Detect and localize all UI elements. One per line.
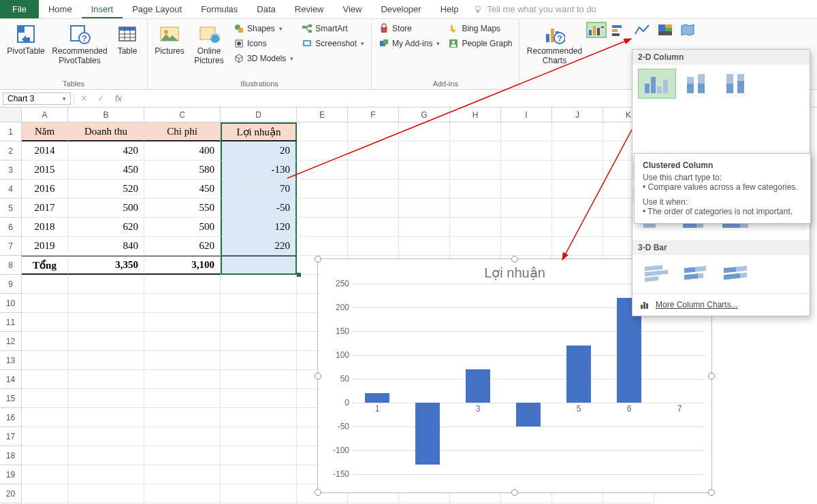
enter-formula-icon[interactable]: ✓ (94, 93, 108, 103)
cell[interactable]: 420 (68, 141, 144, 161)
cell[interactable]: -50 (221, 199, 297, 218)
cell[interactable] (221, 465, 297, 484)
cell[interactable]: 520 (68, 180, 144, 199)
formulas-tab[interactable]: Formulas (191, 0, 247, 18)
row-header[interactable]: 19 (0, 465, 22, 484)
row-header[interactable]: 3 (0, 161, 22, 180)
col-header-B[interactable]: B (68, 107, 144, 122)
data-tab[interactable]: Data (247, 0, 285, 18)
row-header[interactable]: 7 (0, 237, 22, 256)
smartart-button[interactable]: SmartArt (299, 22, 367, 35)
cell[interactable]: 500 (68, 199, 144, 218)
cell[interactable] (450, 122, 501, 141)
row-header[interactable]: 11 (0, 313, 22, 332)
store-button[interactable]: Store (376, 22, 443, 35)
cell[interactable] (144, 446, 221, 465)
resize-handle[interactable] (315, 489, 321, 496)
resize-handle[interactable] (708, 489, 715, 496)
cell[interactable] (22, 427, 68, 446)
cell[interactable] (68, 427, 144, 446)
clustered-column-option[interactable] (638, 69, 676, 99)
cell[interactable] (221, 313, 297, 332)
cell[interactable] (348, 122, 399, 141)
cell[interactable] (221, 256, 297, 275)
cell[interactable]: 500 (144, 218, 221, 237)
cell[interactable]: -130 (221, 161, 297, 180)
cell[interactable] (144, 408, 221, 427)
cell[interactable] (221, 332, 297, 351)
cell[interactable]: Tổng (22, 256, 68, 275)
cell[interactable] (221, 408, 297, 427)
resize-handle[interactable] (511, 256, 518, 263)
col-header-G[interactable]: G (399, 107, 450, 122)
cell[interactable] (22, 408, 68, 427)
cell[interactable] (221, 294, 297, 313)
cell[interactable]: 620 (68, 218, 144, 237)
col-header-F[interactable]: F (348, 107, 399, 122)
cell[interactable] (221, 446, 297, 465)
cell[interactable]: 2017 (22, 199, 68, 218)
cell[interactable] (144, 389, 221, 408)
cell[interactable] (22, 389, 68, 408)
col-header-A[interactable]: A (22, 107, 68, 122)
cell[interactable] (68, 275, 144, 294)
cell[interactable]: 2019 (22, 237, 68, 256)
cell[interactable]: Lợi nhuận (221, 122, 297, 141)
cell[interactable] (221, 389, 297, 408)
cell[interactable] (22, 465, 68, 484)
cell[interactable]: Doanh thu (68, 122, 144, 141)
icons-button[interactable]: Icons (231, 37, 296, 50)
view-tab[interactable]: View (333, 0, 371, 18)
cell[interactable] (22, 370, 68, 389)
3d-100pct-stacked-bar-option[interactable] (717, 259, 755, 289)
row-header[interactable]: 15 (0, 389, 22, 408)
screenshot-button[interactable]: Screenshot▾ (299, 37, 367, 50)
cell[interactable]: 2014 (22, 141, 68, 161)
home-tab[interactable]: Home (39, 0, 82, 18)
row-header[interactable]: 18 (0, 446, 22, 465)
cell[interactable] (22, 484, 68, 503)
cell[interactable] (68, 351, 144, 370)
row-header[interactable]: 1 (0, 122, 22, 141)
row-header[interactable]: 14 (0, 370, 22, 389)
row-header[interactable]: 4 (0, 180, 22, 199)
row-header[interactable]: 6 (0, 218, 22, 237)
cell[interactable] (552, 122, 603, 141)
cell[interactable]: 3,350 (68, 256, 144, 275)
tell-me[interactable]: Tell me what you want to do (468, 0, 601, 18)
cell[interactable]: 580 (144, 161, 221, 180)
100pct-stacked-column-option[interactable] (717, 69, 755, 99)
pictures-button[interactable]: Pictures (152, 22, 187, 57)
cell[interactable]: 120 (221, 218, 297, 237)
cell[interactable] (22, 294, 68, 313)
3d-stacked-bar-option[interactable] (677, 259, 716, 289)
cell[interactable] (221, 351, 297, 370)
cell[interactable] (22, 275, 68, 294)
resize-handle[interactable] (708, 373, 715, 380)
cell[interactable]: 2018 (22, 218, 68, 237)
cell[interactable] (144, 351, 221, 370)
row-header[interactable]: 9 (0, 275, 22, 294)
col-header-C[interactable]: C (144, 107, 221, 122)
cell[interactable] (68, 294, 144, 313)
cell[interactable] (144, 332, 221, 351)
map-chart-dropdown[interactable] (680, 23, 698, 37)
cell[interactable] (22, 313, 68, 332)
online-pictures-button[interactable]: Online Pictures (190, 22, 228, 67)
cell[interactable]: 220 (221, 237, 297, 256)
cell[interactable] (68, 370, 144, 389)
cell[interactable] (68, 389, 144, 408)
cell[interactable]: 620 (144, 237, 221, 256)
cell[interactable] (68, 408, 144, 427)
cell[interactable] (399, 122, 450, 141)
cell[interactable]: 2015 (22, 161, 68, 180)
cell[interactable] (68, 313, 144, 332)
cell[interactable] (221, 484, 297, 503)
file-tab[interactable]: File (0, 0, 39, 18)
col-header-H[interactable]: H (450, 107, 501, 122)
cell[interactable] (144, 294, 221, 313)
cell[interactable] (144, 484, 221, 503)
table-button[interactable]: Table (112, 22, 143, 57)
cell[interactable] (144, 370, 221, 389)
col-header-D[interactable]: D (221, 107, 297, 122)
